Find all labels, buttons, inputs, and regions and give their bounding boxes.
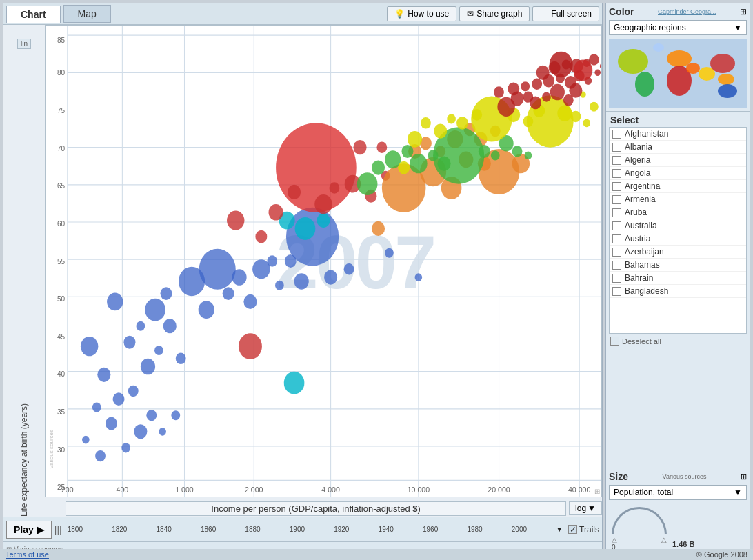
svg-point-83 <box>408 144 421 159</box>
country-checkbox-bangladesh[interactable] <box>612 287 621 296</box>
timeline-area: Play ▶ ||| 1800 1820 1840 1860 1880 1900… <box>3 517 602 541</box>
year-1800[interactable]: 1800 <box>68 526 83 533</box>
country-checkbox-afghanistan[interactable] <box>612 130 621 139</box>
size-section: Size Various sources ⊞ Population, total… <box>606 468 750 557</box>
year-1840[interactable]: 1840 <box>157 526 172 533</box>
chart-corner-icon[interactable]: ⊞ <box>594 488 600 495</box>
svg-point-45 <box>286 208 339 266</box>
svg-point-76 <box>382 163 426 212</box>
share-graph-button[interactable]: ✉ Share graph <box>459 6 530 21</box>
size-sources-icon[interactable]: ⊞ <box>741 472 747 481</box>
svg-point-46 <box>324 270 337 284</box>
country-item-bahamas[interactable]: Bahamas <box>610 259 746 272</box>
country-item-albania[interactable]: Albania <box>610 141 746 154</box>
svg-point-157 <box>667 50 692 67</box>
country-checkbox-azerbaijan[interactable] <box>612 248 621 257</box>
country-item-armenia[interactable]: Armenia <box>610 193 746 206</box>
year-1880[interactable]: 1880 <box>245 526 260 533</box>
svg-point-137 <box>585 77 592 85</box>
gauge-arc <box>612 507 667 534</box>
gapminder-info-icon[interactable]: ⊞ <box>740 7 747 17</box>
svg-point-57 <box>159 428 166 436</box>
terms-of-use-link[interactable]: Terms of use <box>6 550 49 559</box>
color-dropdown[interactable]: Geographic regions ▼ <box>609 20 747 35</box>
country-item-afghanistan[interactable]: Afghanistan <box>610 128 746 141</box>
country-item-bangladesh[interactable]: Bangladesh <box>610 285 746 298</box>
fullscreen-icon: ⛶ <box>540 9 548 19</box>
svg-point-35 <box>199 301 214 319</box>
size-dropdown[interactable]: Population, total ▼ <box>609 485 747 500</box>
svg-point-123 <box>523 91 534 102</box>
select-section: Select Afghanistan Albania Algeria Angol… <box>606 112 750 468</box>
country-item-austria[interactable]: Austria <box>610 232 746 246</box>
svg-point-44 <box>294 273 309 290</box>
country-checkbox-australia[interactable] <box>612 221 621 230</box>
y-axis-container: lin Life expectancy at birth (years) <box>3 25 45 517</box>
timeline-bar-icon[interactable]: ||| <box>54 524 62 535</box>
year-marks[interactable]: 1800 1820 1840 1860 1880 1900 1920 1940 … <box>65 526 565 533</box>
svg-point-117 <box>570 111 581 122</box>
svg-text:4 000: 4 000 <box>321 486 339 494</box>
log-scale-button[interactable]: log ▼ <box>569 501 602 515</box>
svg-point-78 <box>441 177 462 199</box>
y-tick-labels: 25 30 35 40 45 50 55 60 65 70 75 80 85 <box>46 26 66 497</box>
play-button[interactable]: Play ▶ <box>6 521 52 539</box>
year-1980[interactable]: 1980 <box>467 526 482 533</box>
svg-point-143 <box>583 59 590 67</box>
tab-map[interactable]: Map <box>63 5 111 23</box>
y-tick-60: 60 <box>57 219 65 227</box>
country-checkbox-angola[interactable] <box>612 169 621 178</box>
country-checkbox-bahamas[interactable] <box>612 261 621 270</box>
select-title: Select <box>606 112 750 127</box>
country-checkbox-aruba[interactable] <box>612 208 621 217</box>
year-slider-thumb[interactable]: ▼ <box>556 526 563 533</box>
x-axis-label-button[interactable]: Income per person (GDP/capita, inflation… <box>66 501 566 516</box>
country-checkbox-austria[interactable] <box>612 234 621 243</box>
country-item-algeria[interactable]: Algeria <box>610 154 746 167</box>
svg-point-107 <box>434 123 447 138</box>
country-checkbox-albania[interactable] <box>612 143 621 152</box>
how-to-use-button[interactable]: 💡 How to use <box>387 6 456 21</box>
svg-point-52 <box>95 450 106 461</box>
year-1900[interactable]: 1900 <box>290 526 305 533</box>
year-2000[interactable]: 2000 <box>512 526 527 533</box>
country-item-aruba[interactable]: Aruba <box>610 206 746 219</box>
world-map-mini <box>609 39 747 108</box>
year-1820[interactable]: 1820 <box>112 526 127 533</box>
deselect-all-button[interactable]: Deselect all <box>606 334 750 348</box>
svg-point-163 <box>710 54 735 73</box>
y-axis-toggle[interactable]: lin <box>17 39 31 49</box>
country-item-azerbaijan[interactable]: Azerbaijan <box>610 246 746 259</box>
color-header: Color Gapminder Geogra... ⊞ <box>609 6 747 17</box>
country-item-argentina[interactable]: Argentina <box>610 180 746 193</box>
country-list[interactable]: Afghanistan Albania Algeria Angola Argen… <box>609 127 747 334</box>
gapminder-link[interactable]: Gapminder Geogra... <box>658 8 716 15</box>
svg-point-37 <box>223 287 234 300</box>
country-item-bahrain[interactable]: Bahrain <box>610 272 746 285</box>
svg-point-62 <box>284 372 305 394</box>
country-checkbox-argentina[interactable] <box>612 182 621 191</box>
tab-chart[interactable]: Chart <box>6 6 61 23</box>
country-item-angola[interactable]: Angola <box>610 167 746 180</box>
svg-text:40 000: 40 000 <box>568 486 590 494</box>
year-1940[interactable]: 1940 <box>379 526 394 533</box>
trails-button[interactable]: ✓ Trails <box>568 525 599 534</box>
svg-point-80 <box>478 157 491 171</box>
country-item-australia[interactable]: Australia <box>610 219 746 232</box>
plot-canvas[interactable]: 2007 25 30 35 40 45 50 55 60 65 70 75 <box>45 25 602 497</box>
country-checkbox-armenia[interactable] <box>612 195 621 204</box>
svg-point-24 <box>128 386 139 397</box>
country-checkbox-bahrain[interactable] <box>612 274 621 283</box>
country-checkbox-algeria[interactable] <box>612 156 621 165</box>
svg-point-102 <box>512 146 523 157</box>
chart-plot-area: 2007 25 30 35 40 45 50 55 60 65 70 75 <box>45 25 602 517</box>
year-1960[interactable]: 1960 <box>423 526 438 533</box>
year-1860[interactable]: 1860 <box>201 526 216 533</box>
full-screen-button[interactable]: ⛶ Full screen <box>532 6 599 21</box>
trails-checkbox[interactable]: ✓ <box>568 525 577 534</box>
deselect-checkbox[interactable] <box>610 337 619 346</box>
svg-point-72 <box>365 190 376 203</box>
timeline-controls: ||| <box>54 524 62 535</box>
size-title: Size <box>609 471 628 482</box>
year-1920[interactable]: 1920 <box>334 526 349 533</box>
